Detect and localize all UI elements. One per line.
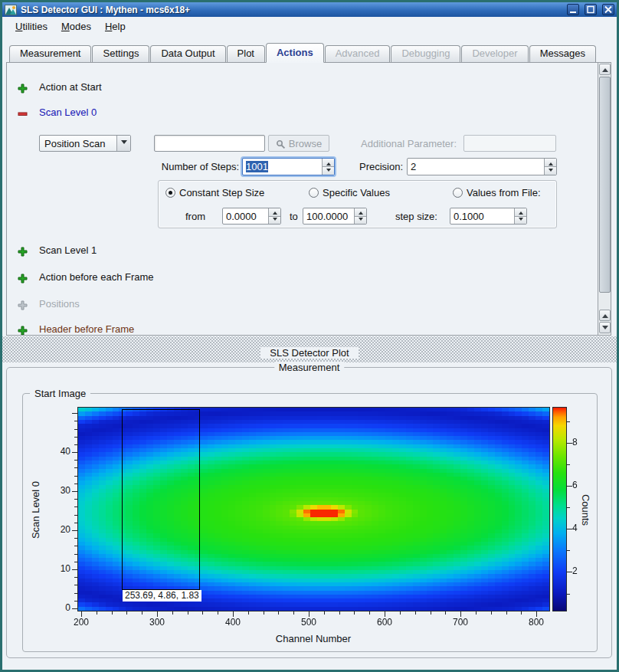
tab-messages[interactable]: Messages: [529, 45, 596, 62]
spin-down-button[interactable]: [545, 166, 556, 175]
specific-values-radio[interactable]: [309, 188, 319, 198]
scan-level-0-label[interactable]: Scan Level 0: [39, 107, 97, 118]
window-titlebar[interactable]: SLS Detector GUI : Mythen - mcs6x18+: [2, 2, 617, 17]
menu-modes-accel: M: [61, 21, 70, 32]
tab-actions[interactable]: Actions: [266, 43, 324, 63]
expand-plus-icon[interactable]: [18, 245, 28, 257]
start-image-groupbox: Start Image Scan Level 0 Channel Number …: [22, 393, 598, 652]
spin-up-button[interactable]: [269, 208, 280, 216]
step-options-groupbox: Constant Step Size Specific Values Value…: [158, 180, 557, 228]
menu-help-accel: H: [105, 21, 112, 32]
to-label: to: [290, 211, 298, 222]
spin-up-button[interactable]: [545, 159, 556, 166]
y-tick-label: 0: [23, 602, 70, 614]
scan-level-1-label[interactable]: Scan Level 1: [39, 244, 97, 256]
specific-values-label: Specific Values: [323, 187, 390, 198]
action-before-frame-label[interactable]: Action before each Frame: [39, 271, 154, 283]
minimize-button[interactable]: [567, 4, 579, 15]
values-from-file-radio[interactable]: [453, 188, 463, 198]
menubar: Utilities Modes Help: [2, 17, 617, 35]
to-spinbox[interactable]: 100.0000: [303, 208, 367, 225]
browse-button-label: Browse: [289, 138, 322, 149]
vertical-scrollbar[interactable]: [598, 63, 611, 335]
y-tick-label: 30: [23, 485, 70, 497]
spin-down-button[interactable]: [323, 166, 334, 175]
number-of-steps-spinbox[interactable]: 1001: [242, 158, 335, 175]
menu-help[interactable]: Help: [98, 18, 133, 34]
x-tick-label: 500: [290, 617, 328, 628]
additional-parameter-label: Additional Parameter:: [361, 138, 457, 149]
actions-panel: Action at Start Scan Level 0 Position Sc…: [6, 62, 611, 336]
expand-plus-icon-disabled: [18, 299, 28, 310]
scan-mode-combobox[interactable]: Position Scan: [39, 135, 131, 152]
spin-buttons: [354, 208, 366, 224]
scroll-up-button[interactable]: [599, 310, 611, 321]
spin-down-button[interactable]: [515, 216, 526, 225]
number-of-steps-label: Number of Steps:: [159, 161, 239, 172]
scroll-up-button[interactable]: [599, 64, 611, 75]
browse-icon: [276, 137, 286, 149]
tab-settings[interactable]: Settings: [92, 45, 149, 62]
tab-bar: Measurement Settings Data Output Plot Ac…: [9, 43, 597, 62]
splitter-handle[interactable]: [2, 336, 617, 343]
tab-data-output[interactable]: Data Output: [150, 45, 225, 62]
x-axis-title: Channel Number: [252, 633, 375, 644]
menu-utilities-label: tilities: [22, 21, 47, 32]
expand-plus-icon[interactable]: [18, 82, 28, 93]
spin-up-button[interactable]: [323, 159, 334, 166]
number-of-steps-value: 1001: [246, 161, 268, 172]
heatmap-canvas[interactable]: [72, 404, 573, 620]
constant-step-label: Constant Step Size: [179, 187, 264, 198]
y-tick-label: 10: [23, 563, 70, 575]
from-value: 0.0000: [226, 211, 257, 222]
dock-titlebar[interactable]: SLS Detector Plot: [2, 343, 617, 362]
constant-step-radio[interactable]: [165, 188, 175, 198]
action-at-start-label[interactable]: Action at Start: [39, 81, 102, 93]
colorbar-tick-label: 8: [572, 437, 595, 448]
x-tick-label: 800: [517, 617, 555, 628]
step-size-spinbox[interactable]: 0.1000: [450, 208, 527, 225]
colorbar-tick-label: 6: [572, 480, 595, 491]
spin-down-button[interactable]: [355, 216, 366, 225]
tab-plot[interactable]: Plot: [227, 45, 265, 62]
spin-up-button[interactable]: [355, 208, 366, 216]
expand-plus-icon[interactable]: [18, 272, 28, 284]
spin-down-button[interactable]: [269, 216, 280, 225]
maximize-button[interactable]: [585, 4, 597, 15]
scroll-down-button[interactable]: [599, 322, 611, 333]
precision-label: Precision:: [359, 161, 403, 172]
application-window: SLS Detector GUI : Mythen - mcs6x18+ Uti…: [0, 0, 619, 672]
menu-modes[interactable]: Modes: [54, 18, 98, 34]
x-tick-label: 200: [62, 617, 100, 628]
expand-plus-icon[interactable]: [18, 324, 28, 336]
chevron-down-icon[interactable]: [116, 136, 130, 151]
y-tick-label: 20: [23, 524, 70, 536]
spin-buttons: [322, 159, 334, 175]
app-icon[interactable]: [5, 4, 17, 16]
script-file-field[interactable]: [154, 135, 265, 152]
from-spinbox[interactable]: 0.0000: [222, 208, 281, 225]
header-before-frame-label[interactable]: Header before Frame: [39, 323, 134, 335]
menu-modes-label: odes: [70, 21, 91, 32]
close-button[interactable]: [602, 4, 614, 15]
tab-debugging: Debugging: [391, 45, 460, 62]
menu-utilities[interactable]: Utilities: [8, 18, 54, 34]
tab-advanced: Advanced: [325, 45, 391, 62]
browse-button: Browse: [268, 135, 329, 152]
x-tick-label: 400: [214, 617, 252, 628]
spin-buttons: [514, 208, 526, 224]
tracker-text: 253.69, 4.86, 1.83: [123, 590, 201, 602]
measurement-groupbox: Measurement Start Image Scan Level 0 Cha…: [6, 367, 612, 658]
colorbar-tick-label: 4: [572, 523, 595, 534]
menu-help-label: elp: [112, 21, 125, 32]
dock-title-label: SLS Detector Plot: [260, 347, 358, 359]
precision-value: 2: [411, 161, 416, 172]
scrollbar-thumb[interactable]: [599, 77, 611, 293]
menu-utilities-accel: U: [15, 21, 22, 32]
y-axis-title: Scan Level 0: [30, 464, 41, 556]
x-tick-label: 300: [138, 617, 176, 628]
collapse-minus-icon[interactable]: [18, 107, 28, 119]
spin-up-button[interactable]: [515, 208, 526, 216]
precision-spinbox[interactable]: 2: [407, 158, 557, 175]
tab-measurement[interactable]: Measurement: [9, 45, 91, 62]
